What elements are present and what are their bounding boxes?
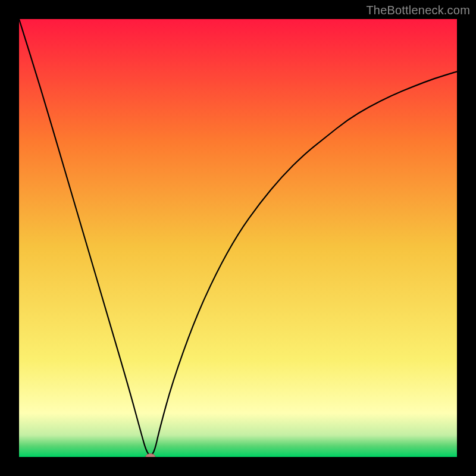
- plot-area: [19, 19, 457, 457]
- chart-container: TheBottleneck.com: [0, 0, 476, 476]
- watermark-label: TheBottleneck.com: [366, 4, 470, 17]
- chart-svg: [19, 19, 457, 457]
